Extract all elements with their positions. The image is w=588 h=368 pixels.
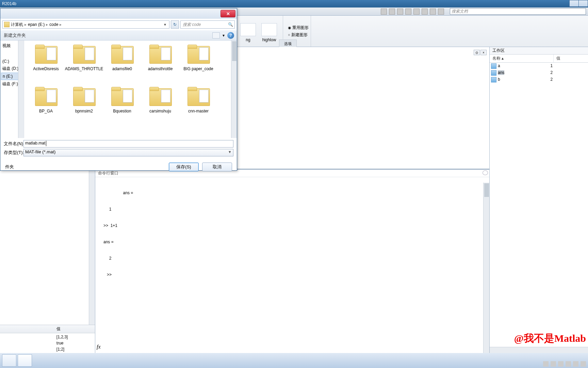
tray-volume-icon[interactable] — [581, 361, 586, 367]
editor-dock-icon[interactable]: ⊙ — [474, 50, 480, 55]
details-value-col: 值 — [56, 326, 61, 332]
details-body: [1,2,3]true[1;2] — [0, 333, 95, 353]
filename-input[interactable]: matlab.mat — [23, 140, 233, 148]
workspace-var-row[interactable]: ans2 — [490, 70, 588, 76]
qa-icon-1[interactable] — [381, 9, 387, 15]
folder-item[interactable]: adamsfile0 — [103, 43, 141, 86]
hide-folders-link[interactable]: 件夹 — [5, 164, 14, 170]
folder-item[interactable]: adamsthrottle — [141, 43, 179, 86]
window-min[interactable] — [569, 0, 579, 7]
search-icon: 🔍 — [228, 22, 233, 27]
radio-new[interactable]: ○ 新建图形 — [288, 32, 309, 38]
folder-item[interactable]: Bquestion — [103, 86, 141, 128]
details-header: 值 — [0, 325, 95, 333]
taskbar-matlab[interactable] — [18, 354, 32, 367]
qa-icon-6[interactable] — [422, 9, 428, 15]
help-icon[interactable]: ? — [227, 32, 234, 39]
crumb-segment[interactable]: epan (E:) — [28, 22, 45, 27]
fx-icon[interactable]: fx — [97, 343, 101, 351]
dialog-file-grid[interactable]: ActiveDisresisADAMS_THROTTLEadamsfile0ad… — [24, 41, 237, 138]
ribbon-plot-1[interactable]: ng — [239, 17, 258, 44]
dialog-search[interactable]: 搜索 code 🔍 — [180, 20, 235, 29]
var-icon — [491, 63, 496, 69]
detail-row: [1;2] — [3, 346, 92, 352]
filename-label: 文件名(N): — [4, 141, 23, 147]
folder-item[interactable]: cnn-master — [179, 86, 217, 128]
editor-close-icon[interactable]: × — [480, 50, 487, 55]
tray-icon[interactable] — [543, 361, 549, 367]
app-titlebar: R2014b — [0, 0, 588, 7]
command-window[interactable]: ans = 1 >> 1+1 ans = 2 >> fx — [95, 177, 489, 353]
detail-row: [1,2,3] — [3, 334, 92, 340]
tray-icon[interactable] — [551, 361, 556, 367]
workspace-header: 名称 ▴ 值 — [490, 55, 588, 63]
workspace-col-name[interactable]: 名称 ▴ — [490, 55, 554, 62]
breadcrumb[interactable]: 计算机▸epan (E:)▸code▸▾ — [2, 20, 169, 29]
radio-reuse[interactable]: ◉ 重用图形 — [288, 25, 309, 31]
filetype-label: 存类型(T): — [4, 150, 23, 156]
workspace-var-row[interactable]: b2 — [490, 76, 588, 83]
workspace-panel: 工作区 名称 ▴ 值 a1ans2b2 — [489, 47, 588, 353]
command-dock-icon[interactable] — [483, 170, 488, 175]
var-icon — [491, 77, 496, 82]
cancel-button[interactable]: 取消 — [202, 163, 232, 171]
qa-icon-5[interactable] — [413, 9, 420, 15]
var-icon — [491, 70, 496, 76]
tray-icon[interactable] — [566, 361, 571, 367]
folder-item[interactable]: ADAMS_THROTTLE — [65, 43, 103, 86]
folder-item[interactable]: carsimshuju — [141, 86, 179, 128]
crumb-segment[interactable]: code — [49, 22, 58, 27]
window-max[interactable] — [578, 0, 588, 7]
dialog-titlebar[interactable]: ✕ — [0, 9, 237, 19]
filetype-select[interactable]: MAT-file (*.mat) — [23, 149, 233, 156]
crumb-segment[interactable]: 计算机 — [11, 22, 23, 28]
folder-item[interactable]: ActiveDisresis — [27, 43, 65, 86]
folder-item[interactable]: bpnnsim2 — [65, 86, 103, 128]
workspace-title: 工作区 — [490, 47, 588, 55]
qa-icon-8[interactable] — [438, 9, 444, 15]
workspace-rows[interactable]: a1ans2b2 — [490, 63, 588, 83]
taskbar[interactable] — [0, 353, 588, 368]
folder-item[interactable]: BIG paper_code — [179, 43, 217, 86]
workspace-var-row[interactable]: a1 — [490, 63, 588, 70]
search-docs[interactable]: 搜索文档 — [450, 8, 586, 15]
qa-icon-2[interactable] — [389, 9, 395, 15]
taskbar-explorer[interactable] — [2, 354, 16, 367]
detail-row: true — [3, 340, 92, 346]
qa-icon-7[interactable] — [430, 9, 436, 15]
folder-item[interactable]: BP_GA — [27, 86, 65, 128]
command-scrollbar[interactable] — [483, 183, 489, 353]
dialog-tree[interactable]: 视频(C:)磁盘 (D:)n (E:)磁盘 (F:) — [0, 41, 24, 138]
qa-icon-3[interactable] — [397, 9, 403, 15]
view-dropdown[interactable] — [212, 32, 220, 39]
tray-icon[interactable] — [573, 361, 578, 367]
watermark: @我不是Matlab — [514, 332, 586, 346]
dialog-close-icon[interactable]: ✕ — [220, 10, 235, 17]
file-grid-scrollbar[interactable] — [231, 41, 237, 138]
tray-icon[interactable] — [558, 361, 564, 367]
save-dialog: ✕ 计算机▸epan (E:)▸code▸▾ ↻ 搜索 code 🔍 新建文件夹… — [0, 8, 237, 171]
new-folder-button[interactable]: 新建文件夹 — [4, 32, 26, 39]
save-button[interactable]: 保存(S) — [169, 163, 199, 171]
refresh-icon[interactable]: ↻ — [171, 20, 179, 29]
dialog-toolbar: 新建文件夹 ▾ ? — [0, 30, 237, 41]
ribbon-plot-highlow[interactable]: highlow — [260, 17, 279, 44]
tree-scrollbar[interactable] — [18, 41, 24, 138]
qa-icon-4[interactable] — [405, 9, 411, 15]
workspace-scrollbar[interactable] — [490, 347, 588, 353]
app-title: R2014b — [2, 1, 16, 6]
workspace-col-value[interactable]: 值 — [554, 55, 563, 62]
folder-icon — [4, 22, 10, 27]
